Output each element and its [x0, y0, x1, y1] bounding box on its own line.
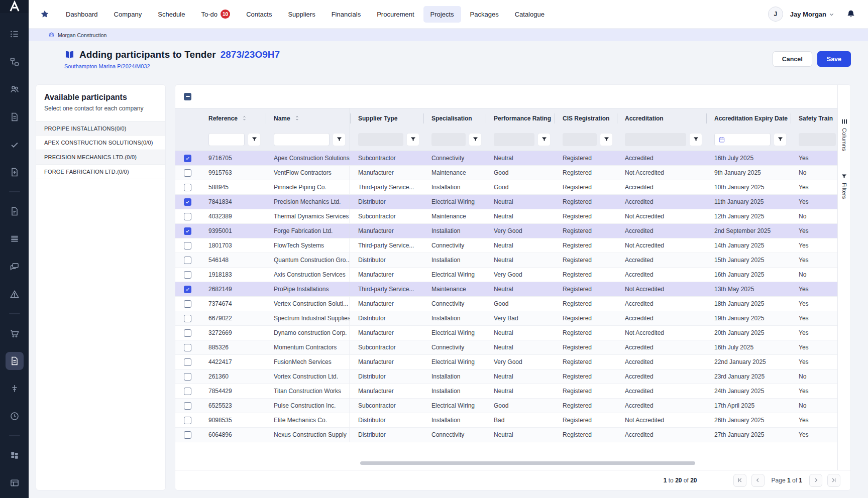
table-row[interactable]: 7374674Vertex Construction Soluti...Manu…	[175, 297, 837, 311]
table-row[interactable]: 6064896Nexus Construction SupplyDistribu…	[175, 428, 837, 442]
row-checkbox[interactable]	[184, 184, 191, 191]
row-checkbox[interactable]	[184, 271, 191, 279]
horizontal-scrollbar[interactable]	[360, 461, 695, 465]
table-row[interactable]: 6525523Pulse Construction Inc.Subcontrac…	[175, 399, 837, 413]
participant-company-item[interactable]: PRECISION MECHANICS LTD.(0/0)	[36, 150, 165, 165]
nav-item-suppliers[interactable]: Suppliers	[281, 6, 322, 23]
column-header-reference[interactable]: Reference	[200, 108, 266, 128]
project-link[interactable]: Southampton Marina P/2024/M032	[64, 63, 150, 69]
table-row[interactable]: 6679022Spectrum Industrial SuppliesDistr…	[175, 311, 837, 326]
row-checkbox[interactable]	[184, 344, 191, 351]
row-checkbox[interactable]	[184, 242, 191, 250]
sidebar-item-sliders[interactable]	[6, 380, 24, 398]
sidebar-item-people[interactable]	[6, 80, 24, 98]
filters-rail-tab[interactable]: Filters	[841, 173, 847, 199]
participant-company-item[interactable]: PROPIPE INSTALLATIONS(0/0)	[36, 121, 165, 136]
sidebar-item-rows[interactable]	[6, 230, 24, 248]
table-row[interactable]: 1801703FlowTech SystemsThird-party Servi…	[175, 238, 837, 253]
sidebar-item-chat[interactable]	[6, 258, 24, 276]
sidebar-item-document[interactable]	[6, 352, 24, 370]
select-all-checkbox[interactable]	[184, 93, 191, 100]
filter-funnel-button[interactable]	[537, 133, 551, 146]
nav-item-contacts[interactable]: Contacts	[239, 6, 279, 23]
table-row[interactable]: 9098535Elite Mechanics Co.DistributorIns…	[175, 413, 837, 428]
row-checkbox[interactable]	[184, 358, 191, 366]
sidebar-item-grid[interactable]	[6, 446, 24, 464]
table-row[interactable]: 546148Quantum Construction Gro...Distrib…	[175, 253, 837, 268]
columns-rail-tab[interactable]: Columns	[841, 118, 848, 151]
user-menu[interactable]: Jay Morgan	[790, 11, 835, 18]
row-checkbox[interactable]	[184, 300, 191, 308]
nav-item-financials[interactable]: Financials	[324, 6, 368, 23]
row-checkbox[interactable]	[184, 402, 191, 410]
sidebar-item-file-upload[interactable]	[6, 163, 24, 181]
sidebar-item-document[interactable]	[6, 108, 24, 126]
favorites-star-icon[interactable]	[40, 9, 50, 19]
sidebar-item-cart[interactable]	[6, 324, 24, 342]
sort-icon[interactable]	[294, 115, 300, 121]
row-checkbox[interactable]	[184, 169, 191, 177]
filter-funnel-button[interactable]	[333, 133, 346, 146]
nav-item-company[interactable]: Company	[107, 6, 149, 23]
nav-item-projects[interactable]: Projects	[423, 6, 461, 23]
last-page-button[interactable]	[827, 474, 840, 487]
row-checkbox[interactable]	[184, 329, 191, 337]
row-checkbox[interactable]	[184, 315, 191, 322]
row-checkbox[interactable]	[184, 431, 191, 439]
nav-item-procurement[interactable]: Procurement	[370, 6, 421, 23]
filter-funnel-button[interactable]	[406, 133, 419, 146]
table-row[interactable]: 3272669Dynamo construction Corp.Manufact…	[175, 326, 837, 340]
nav-item-dashboard[interactable]: Dashboard	[59, 6, 105, 23]
row-checkbox[interactable]	[184, 373, 191, 381]
sidebar-item-check[interactable]	[6, 136, 24, 154]
sort-icon[interactable]	[241, 115, 248, 121]
avatar[interactable]: J	[768, 7, 783, 22]
table-row[interactable]: 9716705Apex Construction SolutionsSubcon…	[175, 151, 837, 166]
breadcrumb-item[interactable]: Morgan Construction	[58, 32, 106, 38]
filter-funnel-button[interactable]	[469, 133, 482, 146]
nav-item-schedule[interactable]: Schedule	[151, 6, 192, 23]
row-checkbox[interactable]	[184, 155, 191, 162]
cancel-button[interactable]: Cancel	[773, 51, 812, 67]
nav-item-catalogue[interactable]: Catalogue	[508, 6, 552, 23]
table-row[interactable]: 4422417FusionMech ServicesManufacturerEl…	[175, 355, 837, 369]
sidebar-item-table[interactable]	[6, 474, 24, 492]
row-checkbox[interactable]	[184, 213, 191, 220]
participant-company-item[interactable]: APEX CONSTRUCTION SOLUTIONS(0/0)	[36, 136, 165, 150]
filter-funnel-button[interactable]	[774, 133, 787, 146]
row-checkbox[interactable]	[184, 227, 191, 235]
column-header-name[interactable]: Name	[266, 108, 350, 128]
table-row[interactable]: 2682149ProPipe InstallationsThird-party …	[175, 282, 837, 297]
table-row[interactable]: 1918183Axis Construction ServicesManufac…	[175, 268, 837, 282]
sidebar-item-warning[interactable]	[6, 285, 24, 303]
sidebar-item-list[interactable]	[6, 25, 24, 43]
first-page-button[interactable]	[733, 474, 746, 487]
sidebar-item-file[interactable]	[6, 202, 24, 220]
filter-input-name[interactable]	[274, 133, 330, 146]
previous-page-button[interactable]	[751, 474, 765, 487]
table-row[interactable]: 9395001Forge Fabrication Ltd.Manufacture…	[175, 224, 837, 238]
nav-item-to-do[interactable]: To-do10	[194, 5, 237, 23]
row-checkbox[interactable]	[184, 417, 191, 424]
notifications-bell-icon[interactable]	[846, 9, 856, 19]
save-button[interactable]: Save	[817, 51, 851, 67]
row-checkbox[interactable]	[184, 257, 191, 264]
table-row[interactable]: 4032389Thermal Dynamics ServicesSubcontr…	[175, 209, 837, 224]
table-row[interactable]: 9915763VentFlow ContractorsManufacturerM…	[175, 166, 837, 180]
row-checkbox[interactable]	[184, 198, 191, 206]
table-row[interactable]: 588945Pinnacle Piping Co.Third-party Ser…	[175, 180, 837, 195]
table-row[interactable]: 7841834Precision Mechanics Ltd.Distribut…	[175, 195, 837, 209]
row-checkbox[interactable]	[184, 388, 191, 395]
filter-funnel-button[interactable]	[248, 133, 261, 146]
participant-company-item[interactable]: FORGE FABRICATION LTD.(0/0)	[36, 165, 165, 179]
nav-item-packages[interactable]: Packages	[463, 6, 506, 23]
table-row[interactable]: 7854429Titan Construction WorksManufactu…	[175, 384, 837, 399]
row-checkbox[interactable]	[184, 286, 191, 293]
filter-funnel-button[interactable]	[600, 133, 613, 146]
filter-input-reference[interactable]	[208, 133, 245, 146]
next-page-button[interactable]	[809, 474, 822, 487]
sidebar-item-workflow[interactable]	[6, 53, 24, 71]
table-row[interactable]: 261360Vortex Construction Ltd.Distributo…	[175, 369, 837, 384]
sidebar-item-clock[interactable]	[6, 407, 24, 425]
table-row[interactable]: 885326Momentum ContractorsSubcontractorC…	[175, 340, 837, 355]
